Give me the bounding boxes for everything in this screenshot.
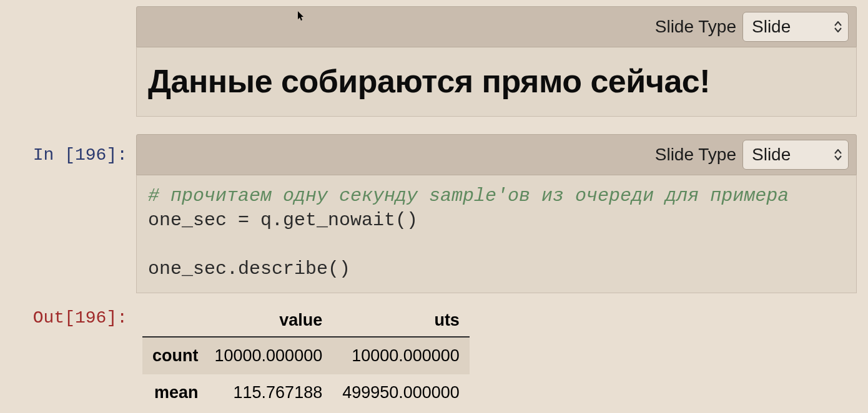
select-arrows-icon	[834, 21, 842, 32]
slide-type-label: Slide Type	[655, 17, 736, 37]
table-row-label: mean	[142, 374, 205, 411]
table-cell: 10000.000000	[205, 337, 333, 374]
table-cell: 499950.000000	[332, 374, 470, 411]
code-cell: In [196]: Slide Type Slide # прочитаем о…	[0, 134, 868, 293]
markdown-heading: Данные собираются прямо сейчас!	[148, 62, 845, 100]
slide-type-selected: Slide	[752, 145, 791, 165]
input-prompt: In [196]:	[0, 134, 136, 167]
cell-toolbar: Slide Type Slide	[136, 6, 857, 47]
code-editor[interactable]: # прочитаем одну секунду sample'ов из оч…	[136, 175, 857, 293]
cell-toolbar: Slide Type Slide	[136, 134, 857, 175]
code-line: one_sec = q.get_nowait()	[148, 210, 418, 231]
table-row: mean 115.767188 499950.000000	[142, 374, 470, 411]
slide-type-label: Slide Type	[655, 145, 736, 165]
slide-type-select[interactable]: Slide	[742, 12, 849, 42]
table-col-header: value	[205, 304, 333, 337]
table-row-label: count	[142, 337, 205, 374]
table-corner	[142, 304, 205, 337]
output-prompt: Out[196]:	[0, 304, 136, 329]
table-cell: 115.767188	[205, 374, 333, 411]
select-arrows-icon	[834, 149, 842, 160]
code-comment: # прочитаем одну секунду sample'ов из оч…	[148, 185, 789, 206]
slide-type-selected: Slide	[752, 17, 791, 37]
output-cell: Out[196]: value uts count 10000.000000 1…	[0, 304, 868, 411]
table-col-header: uts	[332, 304, 470, 337]
markdown-output[interactable]: Данные собираются прямо сейчас!	[136, 47, 857, 117]
slide-type-select[interactable]: Slide	[742, 140, 849, 170]
code-line: one_sec.describe()	[148, 258, 350, 279]
describe-table: value uts count 10000.000000 10000.00000…	[142, 304, 470, 411]
table-cell: 10000.000000	[332, 337, 470, 374]
markdown-cell: Slide Type Slide Данные собираются прямо…	[0, 6, 868, 117]
table-row: count 10000.000000 10000.000000	[142, 337, 470, 374]
